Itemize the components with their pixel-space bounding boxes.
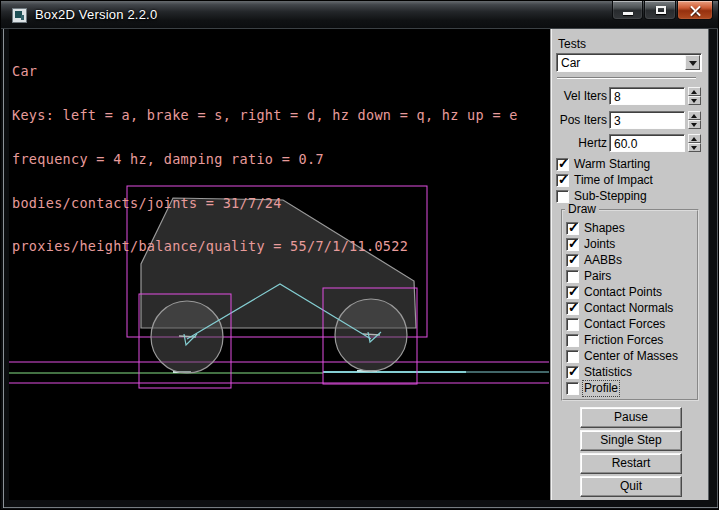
draw-group-title: Draw <box>565 203 599 216</box>
maximize-icon <box>656 6 666 14</box>
checkbox-box[interactable]: ✓ <box>566 238 579 251</box>
checkbox-box[interactable]: ✓ <box>566 302 579 315</box>
tests-dropdown-value: Car <box>561 56 580 70</box>
close-button[interactable] <box>677 1 713 20</box>
restart-button[interactable]: Restart <box>580 453 682 474</box>
app-icon <box>12 8 27 23</box>
check-icon: ✓ <box>568 252 579 267</box>
stats-line: Keys: left = a, brake = s, right = d, hz… <box>12 108 518 123</box>
pos-iters-label: Pos Iters <box>551 111 607 129</box>
check-icon: ✓ <box>568 364 579 379</box>
arrow-up-icon <box>691 114 697 118</box>
checkbox-label: Pairs <box>584 270 611 283</box>
separator <box>557 77 696 79</box>
window-border-right[interactable] <box>717 29 718 508</box>
check-icon: ✓ <box>568 236 579 251</box>
stats-text: Car Keys: left = a, brake = s, right = d… <box>12 35 518 283</box>
hertz-spinner[interactable] <box>688 134 701 152</box>
quit-button[interactable]: Quit <box>580 476 682 497</box>
stats-line: frequency = 4 hz, damping ratio = 0.7 <box>12 152 518 167</box>
checkbox-box[interactable]: ✓ <box>556 174 569 187</box>
checkbox-label: Time of Impact <box>574 174 653 187</box>
stats-line: proxies/height/balance/quality = 55/7/1/… <box>12 239 518 254</box>
arrow-down-icon <box>691 146 697 150</box>
checkbox-box[interactable]: ✓ <box>566 222 579 235</box>
checkbox-box[interactable] <box>566 350 579 363</box>
check-icon: ✓ <box>568 284 579 299</box>
arrow-down-icon <box>691 99 697 103</box>
vel-iters-value: 8 <box>614 90 621 104</box>
tests-label: Tests <box>558 37 586 51</box>
window-border-left[interactable] <box>3 29 4 508</box>
stats-line: Car <box>12 64 518 79</box>
checkbox-label: Friction Forces <box>584 334 663 347</box>
arrow-up-icon <box>691 137 697 141</box>
checkbox-label: Contact Normals <box>584 302 673 315</box>
checkbox-label: AABBs <box>584 254 622 267</box>
pause-button[interactable]: Pause <box>580 407 682 428</box>
spinner-up-button[interactable] <box>688 111 701 120</box>
vel-iters-label: Vel Iters <box>551 87 607 105</box>
checkbox-label: Profile <box>584 382 618 395</box>
pos-iters-field[interactable]: 3 <box>609 111 685 129</box>
checkbox-box[interactable] <box>566 382 579 395</box>
stats-line: bodies/contacts/joints = 31/7/24 <box>12 196 518 211</box>
chevron-down-icon <box>689 61 697 66</box>
checkbox-box[interactable] <box>566 270 579 283</box>
hertz-label: Hertz <box>551 134 607 152</box>
spinner-down-button[interactable] <box>688 120 701 129</box>
vel-iters-spinner[interactable] <box>688 87 701 105</box>
hertz-field[interactable]: 60.0 <box>609 134 685 152</box>
check-icon: ✓ <box>558 172 569 187</box>
pos-iters-value: 3 <box>614 114 621 128</box>
checkbox-box[interactable] <box>566 334 579 347</box>
check-icon: ✓ <box>558 156 569 171</box>
control-panel: Tests Car Vel Iters 8 Pos Iters 3 Hertz … <box>550 29 709 500</box>
minimize-icon <box>623 12 633 15</box>
check-icon: ✓ <box>568 220 579 235</box>
single-step-button[interactable]: Single Step <box>580 430 682 451</box>
checkbox-label: Warm Starting <box>574 158 650 171</box>
tests-dropdown[interactable]: Car <box>556 53 702 72</box>
vel-iters-field[interactable]: 8 <box>609 87 685 105</box>
pos-iters-spinner[interactable] <box>688 111 701 129</box>
app-icon-dot <box>21 15 24 20</box>
spinner-down-button[interactable] <box>688 143 701 152</box>
checkbox-label: Contact Points <box>584 286 662 299</box>
spinner-up-button[interactable] <box>688 87 701 96</box>
title-bar[interactable]: Box2D Version 2.2.0 <box>1 1 719 29</box>
spinner-up-button[interactable] <box>688 134 701 143</box>
window-border-bottom[interactable] <box>3 507 718 508</box>
checkbox-label: Shapes <box>584 222 625 235</box>
checkbox-label: Contact Forces <box>584 318 665 331</box>
simulation-canvas[interactable]: Car Keys: left = a, brake = s, right = d… <box>9 29 550 500</box>
checkbox-box[interactable] <box>566 318 579 331</box>
checkbox-box[interactable]: ✓ <box>556 158 569 171</box>
checkbox-box[interactable]: ✓ <box>566 366 579 379</box>
window-title: Box2D Version 2.2.0 <box>35 7 157 22</box>
check-icon: ✓ <box>568 300 579 315</box>
arrow-down-icon <box>691 123 697 127</box>
hertz-value: 60.0 <box>614 137 637 151</box>
checkbox-label: Joints <box>584 238 615 251</box>
checkbox-box[interactable]: ✓ <box>566 286 579 299</box>
checkbox-box[interactable]: ✓ <box>566 254 579 267</box>
checkbox-label: Statistics <box>584 366 632 379</box>
checkbox-label: Center of Masses <box>584 350 678 363</box>
arrow-up-icon <box>691 90 697 94</box>
spinner-down-button[interactable] <box>688 96 701 105</box>
minimize-button[interactable] <box>612 1 643 20</box>
maximize-button[interactable] <box>644 1 676 20</box>
tests-dropdown-button[interactable] <box>685 55 700 70</box>
app-window: Box2D Version 2.2.0 <box>0 0 719 510</box>
